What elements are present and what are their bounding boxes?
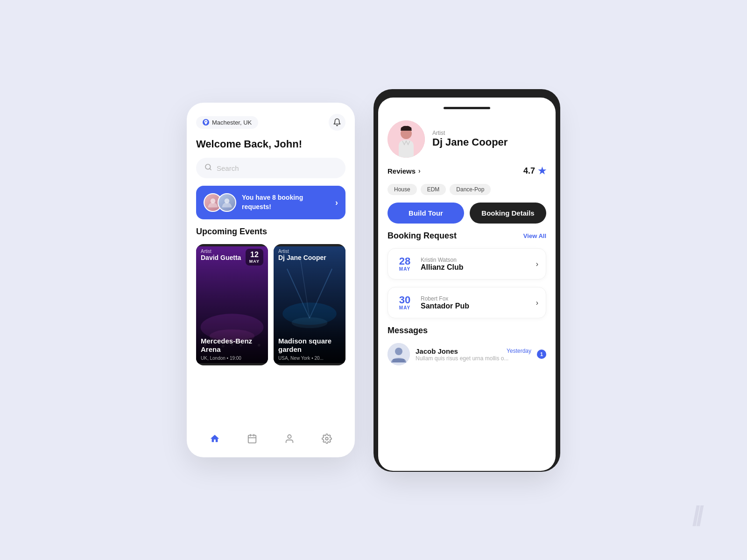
rating-star: ★: [538, 165, 546, 176]
artist-info: Artist Dj Jane Cooper: [432, 130, 507, 148]
message-content-1: Jacob Jones Yesterday Nullam quis risus …: [416, 347, 531, 362]
message-badge-1: 1: [537, 350, 546, 359]
svg-point-27: [325, 437, 328, 440]
view-all-link[interactable]: View All: [523, 232, 546, 239]
event-1-top: Artist David Guetta 12 MAY: [201, 249, 263, 266]
booking-arrow-2: ›: [536, 299, 538, 307]
svg-rect-22: [248, 435, 256, 443]
booking-venue-2: Santador Pub: [421, 302, 529, 310]
location-text: Machester, UK: [212, 119, 252, 126]
event-2-top: Artist Dj Jane Cooper: [278, 249, 341, 261]
notification-bell[interactable]: [329, 114, 345, 131]
message-time-1: Yesterday: [507, 348, 531, 354]
phone-notch: [444, 107, 490, 109]
booking-request-header: Booking Request View All: [388, 231, 546, 241]
svg-point-26: [288, 435, 291, 438]
slash-decoration: //: [692, 500, 700, 532]
tag-edm: EDM: [421, 184, 446, 195]
event-1-date: 12 MAY: [246, 249, 263, 266]
booking-day-2: 30: [395, 295, 414, 305]
booking-venue-1: Allianz Club: [421, 263, 529, 272]
bottom-nav: [196, 425, 345, 448]
events-grid: Artist David Guetta 12 MAY Mercedes-Benz…: [196, 244, 345, 365]
booking-arrow-1: ›: [536, 260, 538, 268]
booking-month-2: MAY: [395, 305, 414, 310]
event-2-venue: Madison square garden: [278, 337, 341, 354]
build-tour-button[interactable]: Build Tour: [388, 203, 464, 224]
top-bar: Machester, UK: [196, 114, 345, 131]
message-name-1: Jacob Jones: [416, 347, 458, 355]
event-card-1[interactable]: Artist David Guetta 12 MAY Mercedes-Benz…: [196, 244, 268, 365]
event-1-bottom: Mercedes-Benz Arena UK, London • 19:00: [201, 337, 263, 361]
reviews-row: Reviews › 4.7 ★: [388, 165, 546, 176]
action-buttons: Build Tour Booking Details: [388, 203, 546, 224]
booking-banner[interactable]: You have 8 booking requests! ›: [196, 186, 345, 219]
rating-wrap: 4.7 ★: [523, 165, 546, 176]
avatar-2: [218, 193, 236, 212]
booking-item-2[interactable]: 30 MAY Robert Fox Santador Pub ›: [388, 287, 546, 318]
tag-dance-pop: Dance-Pop: [450, 184, 491, 195]
reviews-label: Reviews: [388, 167, 416, 175]
booking-date-2: 30 MAY: [395, 295, 414, 310]
event-1-day: 12: [249, 251, 260, 259]
event-1-month: MAY: [249, 259, 260, 264]
tags-row: House EDM Dance-Pop: [388, 184, 546, 195]
event-2-location: USA, New York • 20...: [278, 356, 341, 361]
event-1-label: Artist: [201, 249, 241, 254]
left-phone: Machester, UK Welcome Back, John! Search…: [187, 103, 355, 457]
banner-text: You have 8 booking requests!: [242, 193, 330, 211]
svg-point-31: [395, 348, 402, 355]
messages-title: Messages: [388, 326, 546, 336]
artist-name: Dj Jane Cooper: [432, 136, 507, 148]
nav-profile[interactable]: [280, 429, 299, 448]
booking-info-2: Robert Fox Santador Pub: [421, 295, 529, 310]
banner-avatars: [204, 193, 236, 212]
booking-request-title: Booking Request: [388, 231, 457, 241]
booking-item-1[interactable]: 28 MAY Kristin Watson Allianz Club ›: [388, 248, 546, 280]
event-card-2[interactable]: Artist Dj Jane Cooper Madison square gar…: [274, 244, 345, 365]
upcoming-events-title: Upcoming Events: [196, 227, 345, 237]
right-phone: Artist Dj Jane Cooper Reviews › 4.7 ★ Ho…: [378, 98, 556, 471]
message-name-row-1: Jacob Jones Yesterday: [416, 347, 531, 355]
reviews-link[interactable]: Reviews ›: [388, 167, 421, 175]
booking-month-1: MAY: [395, 266, 414, 272]
message-preview-1: Nullam quis risus eget urna mollis o...: [416, 355, 528, 362]
reviews-chevron: ›: [418, 167, 421, 175]
event-1-venue: Mercedes-Benz Arena: [201, 337, 263, 354]
booking-person-1: Kristin Watson: [421, 257, 529, 263]
search-icon: [204, 163, 212, 173]
booking-details-button[interactable]: Booking Details: [470, 203, 546, 224]
tag-house: House: [388, 184, 417, 195]
message-avatar-1: [388, 343, 410, 365]
nav-calendar[interactable]: [243, 429, 261, 448]
message-item-1[interactable]: Jacob Jones Yesterday Nullam quis risus …: [388, 343, 546, 365]
search-placeholder: Search: [217, 164, 239, 172]
event-2-bottom: Madison square garden USA, New York • 20…: [278, 337, 341, 361]
event-1-location: UK, London • 19:00: [201, 356, 263, 361]
right-phone-wrapper: Artist Dj Jane Cooper Reviews › 4.7 ★ Ho…: [374, 89, 560, 471]
artist-avatar: [388, 120, 425, 158]
artist-header: Artist Dj Jane Cooper: [388, 120, 546, 158]
welcome-text: Welcome Back, John!: [196, 138, 345, 150]
nav-home[interactable]: [205, 429, 224, 448]
artist-label: Artist: [432, 130, 507, 136]
nav-settings[interactable]: [317, 429, 336, 448]
booking-person-2: Robert Fox: [421, 295, 529, 302]
event-2-label: Artist: [278, 249, 326, 254]
search-bar[interactable]: Search: [196, 158, 345, 178]
banner-chevron: ›: [335, 198, 338, 208]
booking-day-1: 28: [395, 256, 414, 266]
booking-date-1: 28 MAY: [395, 256, 414, 272]
svg-line-1: [210, 168, 211, 170]
event-1-artist: David Guetta: [201, 254, 241, 261]
booking-info-1: Kristin Watson Allianz Club: [421, 257, 529, 272]
location-icon: [203, 119, 209, 126]
rating-value: 4.7: [523, 166, 535, 176]
location-pill[interactable]: Machester, UK: [196, 116, 258, 129]
event-2-artist: Dj Jane Cooper: [278, 254, 326, 261]
